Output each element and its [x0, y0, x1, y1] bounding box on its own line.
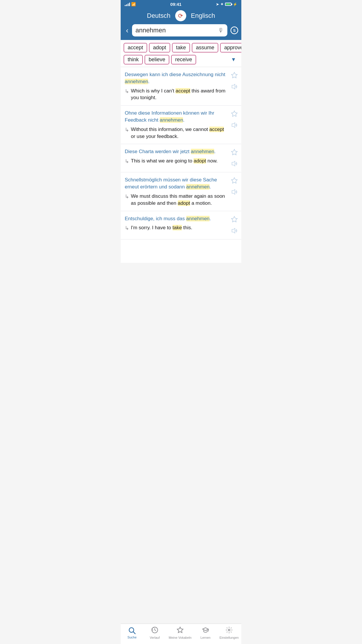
- chip-take[interactable]: take: [172, 43, 190, 52]
- sentence-actions: [231, 176, 238, 196]
- svg-marker-10: [232, 123, 235, 128]
- favorite-button[interactable]: [231, 110, 238, 118]
- sentence-en: Without this information, we cannot acce…: [131, 126, 229, 140]
- highlight-en: take: [173, 225, 182, 230]
- battery-container: [225, 3, 231, 6]
- highlight-de: annehmen: [186, 216, 210, 221]
- sentence-en: Which is why I can't accept this award f…: [131, 88, 229, 102]
- chip-adopt[interactable]: adopt: [149, 43, 170, 52]
- svg-marker-8: [232, 84, 235, 89]
- sentence-en: We must discuss this matter again as soo…: [131, 193, 229, 207]
- play-audio-button[interactable]: [231, 160, 238, 168]
- svg-marker-12: [232, 161, 235, 166]
- highlight-en: adopt: [178, 200, 190, 206]
- sentence-en-wrap: ↳ Which is why I can't accept this award…: [125, 88, 229, 102]
- sentence-en-wrap: ↳ Without this information, we cannot ac…: [125, 126, 229, 140]
- status-right: ➤ ✦ ⚡: [216, 2, 237, 6]
- chips-dropdown-button[interactable]: ▼: [229, 55, 238, 64]
- sentence-de: Schnellstmöglich müssen wir diese Sache …: [125, 176, 229, 190]
- battery-icon: [225, 3, 231, 6]
- chips-left: think believe receive: [124, 55, 196, 64]
- favorite-button[interactable]: [231, 177, 238, 185]
- sentence-en-wrap: ↳ This is what we are going to adopt now…: [125, 158, 229, 164]
- svg-marker-15: [231, 216, 237, 222]
- sentence-item: Entschuldige, ich muss das annehmen. ↳ I…: [121, 211, 241, 239]
- signal-bars: [125, 3, 130, 6]
- location-icon: ➤: [216, 2, 219, 6]
- chip-believe[interactable]: believe: [145, 55, 169, 64]
- sentence-content: Diese Charta werden wir jetzt annehmen. …: [125, 148, 229, 164]
- sentence-de: Ohne diese Informationen können wir Ihr …: [125, 110, 229, 124]
- sentence-en: I'm sorry. I have to take this.: [131, 224, 192, 231]
- wifi-icon: 📶: [131, 2, 136, 6]
- indent-arrow-icon: ↳: [125, 158, 129, 164]
- swap-languages-button[interactable]: ⟳: [175, 10, 186, 21]
- sentence-content: Ohne diese Informationen können wir Ihr …: [125, 110, 229, 140]
- search-input[interactable]: [136, 27, 216, 34]
- sentence-actions: [231, 148, 238, 168]
- highlight-de: annehmen: [191, 149, 214, 154]
- chip-accept[interactable]: accept: [124, 43, 147, 52]
- header-icons: S: [230, 26, 241, 35]
- sentence-item: Deswegen kann ich diese Auszeichnung nic…: [121, 67, 241, 106]
- swap-icon: ⟳: [178, 13, 183, 19]
- favorite-button[interactable]: [231, 72, 238, 80]
- chip-assume[interactable]: assume: [192, 43, 218, 52]
- chips-row-2: think believe receive ▼: [124, 55, 238, 64]
- svg-marker-7: [231, 72, 237, 78]
- sentence-item: Diese Charta werden wir jetzt annehmen. …: [121, 144, 241, 172]
- play-audio-button[interactable]: [231, 83, 238, 91]
- play-audio-button[interactable]: [231, 228, 238, 235]
- battery-fill: [226, 4, 230, 5]
- highlight-de: annehmen: [186, 184, 210, 190]
- svg-marker-14: [232, 190, 235, 195]
- svg-marker-9: [231, 111, 237, 116]
- sentence-content: Entschuldige, ich muss das annehmen. ↳ I…: [125, 215, 229, 232]
- chip-approve[interactable]: approve: [220, 43, 241, 52]
- favorite-button[interactable]: [231, 149, 238, 157]
- language-switcher: Deutsch ⟳ Englisch: [125, 10, 237, 21]
- indent-arrow-icon: ↳: [125, 193, 129, 200]
- search-row: ‹ 🎙 S: [125, 24, 237, 36]
- highlight-en: accept: [209, 127, 224, 132]
- search-input-wrap: 🎙: [132, 24, 227, 36]
- status-left: 📶: [125, 2, 136, 6]
- indent-arrow-icon: ↳: [125, 225, 129, 231]
- chips-row-1: accept adopt take assume approve v: [124, 43, 238, 52]
- chips-section: accept adopt take assume approve v think…: [121, 40, 241, 67]
- status-time: 09:41: [170, 2, 181, 7]
- indent-arrow-icon: ↳: [125, 88, 129, 94]
- sentence-content: Deswegen kann ich diese Auszeichnung nic…: [125, 71, 229, 101]
- favorite-button[interactable]: [231, 216, 238, 224]
- highlight-de: annehmen: [125, 79, 148, 84]
- sentence-actions: [231, 110, 238, 130]
- highlight-en: accept: [175, 88, 190, 94]
- microphone-icon[interactable]: 🎙: [218, 27, 224, 34]
- sentence-de: Deswegen kann ich diese Auszeichnung nic…: [125, 71, 229, 85]
- image-search-button[interactable]: S: [230, 26, 239, 35]
- svg-marker-13: [231, 178, 237, 183]
- lang-to-label: Englisch: [191, 12, 215, 20]
- status-bar: 📶 09:41 ➤ ✦ ⚡: [121, 0, 241, 8]
- highlight-en: adopt: [194, 158, 206, 164]
- chip-think[interactable]: think: [124, 55, 143, 64]
- svg-marker-16: [232, 228, 235, 233]
- sentence-de: Entschuldige, ich muss das annehmen.: [125, 215, 229, 222]
- play-audio-button[interactable]: [231, 189, 238, 196]
- app-header: Deutsch ⟳ Englisch ‹ 🎙 S: [121, 8, 241, 40]
- charging-icon: ⚡: [233, 2, 237, 6]
- play-audio-button[interactable]: [231, 122, 238, 130]
- highlight-de: annehmen: [160, 117, 183, 123]
- sentence-de: Diese Charta werden wir jetzt annehmen.: [125, 148, 229, 155]
- sentence-en-wrap: ↳ I'm sorry. I have to take this.: [125, 224, 229, 231]
- sentence-item: Ohne diese Informationen können wir Ihr …: [121, 106, 241, 144]
- svg-marker-11: [231, 149, 237, 155]
- sentence-en: This is what we are going to adopt now.: [131, 158, 218, 164]
- chip-receive[interactable]: receive: [171, 55, 196, 64]
- back-button[interactable]: ‹: [125, 27, 130, 34]
- svg-text:S: S: [233, 28, 236, 33]
- sentence-item: Schnellstmöglich müssen wir diese Sache …: [121, 172, 241, 211]
- bluetooth-icon: ✦: [220, 2, 224, 6]
- lang-from-label: Deutsch: [147, 12, 171, 20]
- sentence-content: Schnellstmöglich müssen wir diese Sache …: [125, 176, 229, 206]
